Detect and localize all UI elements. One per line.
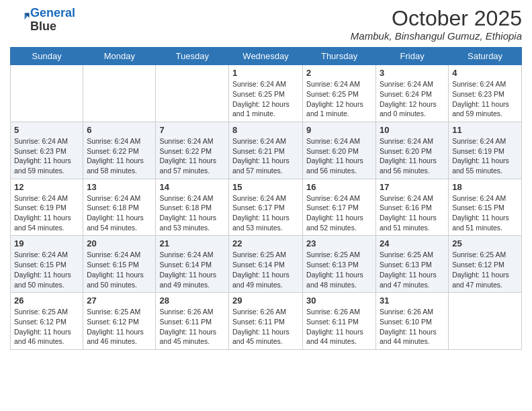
calendar-cell: 26Sunrise: 6:25 AMSunset: 6:12 PMDayligh… [11, 293, 83, 350]
calendar-cell: 1Sunrise: 6:24 AMSunset: 6:25 PMDaylight… [229, 65, 303, 122]
day-info: Sunrise: 6:26 AMSunset: 6:11 PMDaylight:… [232, 307, 299, 347]
calendar-cell: 11Sunrise: 6:24 AMSunset: 6:19 PMDayligh… [449, 122, 522, 179]
calendar-cell: 29Sunrise: 6:26 AMSunset: 6:11 PMDayligh… [229, 293, 303, 350]
day-info: Sunrise: 6:24 AMSunset: 6:20 PMDaylight:… [306, 136, 372, 176]
weekday-header-friday: Friday [376, 48, 449, 65]
day-number: 4 [452, 68, 518, 78]
calendar-cell: 30Sunrise: 6:26 AMSunset: 6:11 PMDayligh… [303, 293, 376, 350]
day-info: Sunrise: 6:25 AMSunset: 6:13 PMDaylight:… [380, 250, 445, 289]
logo-text: General Blue [30, 7, 75, 34]
day-info: Sunrise: 6:24 AMSunset: 6:18 PMDaylight:… [87, 193, 152, 233]
day-number: 20 [87, 238, 152, 248]
day-info: Sunrise: 6:24 AMSunset: 6:24 PMDaylight:… [380, 79, 445, 119]
calendar-cell: 22Sunrise: 6:25 AMSunset: 6:14 PMDayligh… [229, 236, 303, 293]
day-info: Sunrise: 6:24 AMSunset: 6:25 PMDaylight:… [306, 79, 372, 119]
calendar-week-row: 5Sunrise: 6:24 AMSunset: 6:23 PMDaylight… [11, 122, 522, 179]
day-number: 27 [87, 295, 152, 306]
day-info: Sunrise: 6:25 AMSunset: 6:13 PMDaylight:… [306, 250, 372, 289]
calendar-cell: 6Sunrise: 6:24 AMSunset: 6:22 PMDaylight… [83, 122, 156, 179]
calendar-cell: 10Sunrise: 6:24 AMSunset: 6:20 PMDayligh… [376, 122, 449, 179]
day-number: 16 [306, 182, 372, 192]
day-number: 2 [306, 68, 372, 78]
day-number: 19 [14, 238, 79, 248]
day-number: 24 [380, 238, 445, 248]
day-number: 29 [232, 295, 299, 306]
calendar-cell: 25Sunrise: 6:25 AMSunset: 6:12 PMDayligh… [449, 236, 522, 293]
weekday-header-row: SundayMondayTuesdayWednesdayThursdayFrid… [11, 48, 522, 65]
calendar-cell: 20Sunrise: 6:24 AMSunset: 6:15 PMDayligh… [83, 236, 156, 293]
day-info: Sunrise: 6:24 AMSunset: 6:22 PMDaylight:… [159, 136, 225, 176]
day-info: Sunrise: 6:26 AMSunset: 6:11 PMDaylight:… [159, 307, 225, 347]
day-info: Sunrise: 6:24 AMSunset: 6:16 PMDaylight:… [380, 193, 445, 233]
calendar-week-row: 26Sunrise: 6:25 AMSunset: 6:12 PMDayligh… [11, 293, 522, 350]
calendar-cell: 27Sunrise: 6:25 AMSunset: 6:12 PMDayligh… [83, 293, 156, 350]
calendar-cell: 23Sunrise: 6:25 AMSunset: 6:13 PMDayligh… [303, 236, 376, 293]
day-info: Sunrise: 6:24 AMSunset: 6:19 PMDaylight:… [14, 193, 79, 233]
day-number: 5 [14, 125, 79, 135]
day-info: Sunrise: 6:24 AMSunset: 6:21 PMDaylight:… [232, 136, 299, 176]
day-info: Sunrise: 6:24 AMSunset: 6:19 PMDaylight:… [452, 136, 518, 176]
day-info: Sunrise: 6:24 AMSunset: 6:15 PMDaylight:… [87, 250, 152, 289]
calendar-cell [156, 65, 229, 122]
calendar-cell [449, 293, 522, 350]
weekday-header-thursday: Thursday [303, 48, 376, 65]
weekday-header-tuesday: Tuesday [156, 48, 229, 65]
day-info: Sunrise: 6:24 AMSunset: 6:18 PMDaylight:… [159, 193, 225, 233]
calendar-cell: 19Sunrise: 6:24 AMSunset: 6:15 PMDayligh… [11, 236, 83, 293]
day-number: 10 [380, 125, 445, 135]
calendar-cell [11, 65, 83, 122]
month-title: October 2025 [351, 7, 522, 30]
calendar-cell: 31Sunrise: 6:26 AMSunset: 6:10 PMDayligh… [376, 293, 449, 350]
calendar-cell: 24Sunrise: 6:25 AMSunset: 6:13 PMDayligh… [376, 236, 449, 293]
day-info: Sunrise: 6:25 AMSunset: 6:14 PMDaylight:… [232, 250, 299, 289]
day-info: Sunrise: 6:24 AMSunset: 6:15 PMDaylight:… [452, 193, 518, 233]
calendar-cell: 2Sunrise: 6:24 AMSunset: 6:25 PMDaylight… [303, 65, 376, 122]
day-number: 13 [87, 182, 152, 192]
calendar-cell: 28Sunrise: 6:26 AMSunset: 6:11 PMDayligh… [156, 293, 229, 350]
calendar-week-row: 19Sunrise: 6:24 AMSunset: 6:15 PMDayligh… [11, 236, 522, 293]
day-number: 12 [14, 182, 79, 192]
calendar-cell: 21Sunrise: 6:24 AMSunset: 6:14 PMDayligh… [156, 236, 229, 293]
day-info: Sunrise: 6:24 AMSunset: 6:22 PMDaylight:… [87, 136, 152, 176]
day-number: 23 [306, 238, 372, 248]
day-info: Sunrise: 6:25 AMSunset: 6:12 PMDaylight:… [14, 307, 79, 347]
calendar-week-row: 1Sunrise: 6:24 AMSunset: 6:25 PMDaylight… [11, 65, 522, 122]
day-number: 8 [232, 125, 299, 135]
day-number: 15 [232, 182, 299, 192]
logo-icon [11, 9, 30, 28]
header: General Blue October 2025 Mambuk, Binsha… [10, 7, 522, 42]
day-number: 22 [232, 238, 299, 248]
weekday-header-wednesday: Wednesday [229, 48, 303, 65]
day-number: 7 [159, 125, 225, 135]
calendar-cell [83, 65, 156, 122]
day-info: Sunrise: 6:24 AMSunset: 6:17 PMDaylight:… [306, 193, 372, 233]
day-info: Sunrise: 6:24 AMSunset: 6:23 PMDaylight:… [14, 136, 79, 176]
day-info: Sunrise: 6:25 AMSunset: 6:12 PMDaylight:… [452, 250, 518, 289]
day-number: 25 [452, 238, 518, 248]
calendar-cell: 8Sunrise: 6:24 AMSunset: 6:21 PMDaylight… [229, 122, 303, 179]
calendar-week-row: 12Sunrise: 6:24 AMSunset: 6:19 PMDayligh… [11, 179, 522, 236]
calendar-cell: 13Sunrise: 6:24 AMSunset: 6:18 PMDayligh… [83, 179, 156, 236]
day-number: 28 [159, 295, 225, 306]
weekday-header-monday: Monday [83, 48, 156, 65]
day-number: 26 [14, 295, 79, 306]
page: General Blue October 2025 Mambuk, Binsha… [0, 0, 532, 411]
calendar-cell: 9Sunrise: 6:24 AMSunset: 6:20 PMDaylight… [303, 122, 376, 179]
weekday-header-sunday: Sunday [11, 48, 83, 65]
day-number: 18 [452, 182, 518, 192]
day-info: Sunrise: 6:24 AMSunset: 6:14 PMDaylight:… [159, 250, 225, 289]
calendar-cell: 17Sunrise: 6:24 AMSunset: 6:16 PMDayligh… [376, 179, 449, 236]
location: Mambuk, Binshangul Gumuz, Ethiopia [351, 30, 522, 42]
calendar-cell: 15Sunrise: 6:24 AMSunset: 6:17 PMDayligh… [229, 179, 303, 236]
day-info: Sunrise: 6:24 AMSunset: 6:23 PMDaylight:… [452, 79, 518, 119]
calendar-cell: 7Sunrise: 6:24 AMSunset: 6:22 PMDaylight… [156, 122, 229, 179]
calendar-cell: 12Sunrise: 6:24 AMSunset: 6:19 PMDayligh… [11, 179, 83, 236]
day-info: Sunrise: 6:24 AMSunset: 6:15 PMDaylight:… [14, 250, 79, 289]
day-number: 17 [380, 182, 445, 192]
calendar-cell: 3Sunrise: 6:24 AMSunset: 6:24 PMDaylight… [376, 65, 449, 122]
day-info: Sunrise: 6:26 AMSunset: 6:11 PMDaylight:… [306, 307, 372, 347]
day-number: 21 [159, 238, 225, 248]
calendar-table: SundayMondayTuesdayWednesdayThursdayFrid… [10, 47, 522, 350]
day-info: Sunrise: 6:24 AMSunset: 6:17 PMDaylight:… [232, 193, 299, 233]
logo: General Blue [10, 7, 75, 34]
